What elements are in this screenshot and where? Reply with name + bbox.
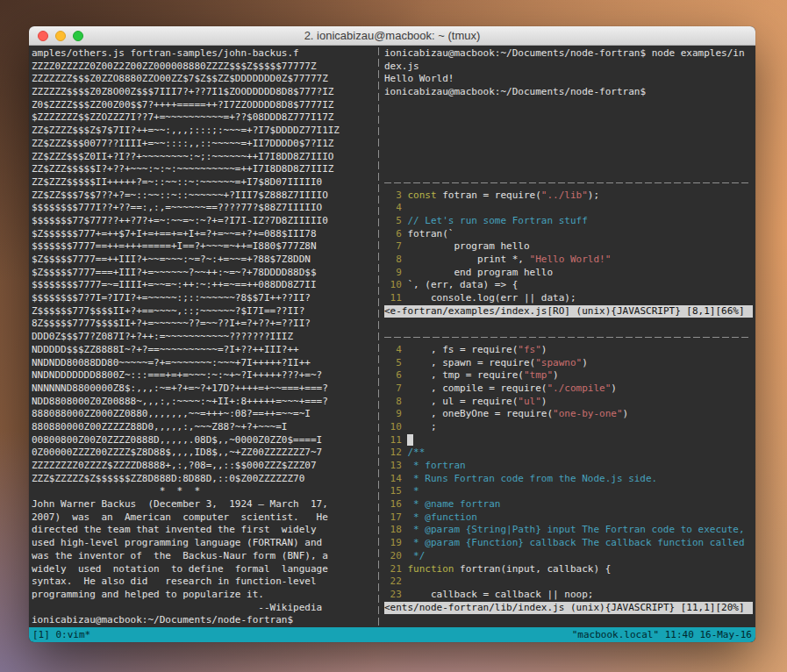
code-segment: function [407, 563, 454, 575]
code-line: 19 * @param {Function} callback The call… [384, 537, 753, 550]
code-segment: * @name fortran [407, 498, 500, 510]
code-segment: print *, [407, 254, 529, 265]
line-number: 11 [384, 434, 402, 447]
tmux-hostname-clock: "macbook.local" 11:40 16-May-16 [572, 629, 752, 640]
terminal-line: $Z$$$$$7777==++III?+~~=~~~:~=?~:+=~~=+?8… [32, 254, 376, 267]
close-button[interactable] [38, 31, 48, 41]
terminal-line: ZZ$ZZZZ$$$Z$7$7II?++=~~:,,,;:::;:~~~=+?I… [32, 125, 376, 138]
line-number: 12 [384, 447, 402, 460]
code-segment: "./compile" [547, 382, 611, 394]
code-line: 10`, (err, data) => { [384, 279, 753, 292]
code-line: 12/** [384, 447, 753, 460]
minimize-button[interactable] [55, 31, 66, 41]
code-line: 23 callback = callback || noop; [384, 589, 753, 602]
traffic-lights [38, 31, 83, 41]
code-segment: * Runs Fortran code from the Node.js sid… [407, 473, 657, 484]
code-segment: `, (err, data) => { [407, 279, 518, 290]
terminal-line: ZZZZZZZ$$$Z0ZZO8880ZZO00ZZ$7$Z$$ZZ$DDDDD… [32, 73, 376, 86]
line-number: 23 [384, 589, 402, 602]
code-line: 17 * @function [384, 511, 753, 525]
code-line: 11 console.log(err || data); [384, 292, 753, 305]
pane-separator-vertical[interactable] [376, 47, 383, 627]
terminal-line: 2007) was an American computer scientist… [32, 511, 376, 525]
code-segment: // Let's run some Fortran stuff [407, 215, 587, 226]
line-number: 22 [384, 575, 402, 589]
terminal-line: widely used notation to define formal la… [32, 563, 376, 576]
terminal-line: $$$$$$$7777==++=+++=====+I==?+~~~=~++=I8… [32, 240, 376, 254]
code-line: 11 [384, 434, 753, 447]
terminal-line: ZZ$ZZZ$$$0077??IIII+=~~::::,,::~~~~~=+II… [32, 138, 376, 151]
terminal-line: ionicabizau@macbook:~/Documents/node-for… [384, 86, 753, 99]
terminal-line: NNNNNND8800000Z8$:,,,:~=+?+=~?+17D?++++=… [32, 382, 376, 396]
code-segment: , oneByOne = require( [407, 408, 553, 419]
line-number: 3 [384, 189, 402, 203]
code-segment: ); [588, 189, 599, 201]
terminal-line: dex.js [384, 61, 753, 74]
code-segment: , tmp = require( [407, 369, 523, 381]
code-segment: * fortran [407, 460, 465, 471]
left-pane-content: amples/others.js fortran-samples/john-ba… [32, 47, 376, 627]
code-segment: const [407, 189, 442, 201]
vim-cmdline-lib [384, 614, 753, 627]
terminal-line: amples/others.js fortran-samples/john-ba… [32, 47, 376, 61]
code-line: 22 [384, 575, 753, 589]
code-segment: * [407, 485, 419, 497]
code-segment: program hello [407, 240, 529, 252]
right-shell-content: ionicabizau@macbook:~/Documents/node-for… [384, 47, 753, 99]
code-segment: ) [541, 344, 547, 355]
terminal-line: programming and helped to popularize it. [32, 589, 376, 602]
pane-separator-horizontal-1[interactable] [384, 176, 753, 189]
code-line: 20 */ [384, 550, 753, 563]
code-line: 9 , oneByOne = require("one-by-one") [384, 408, 753, 421]
line-number: 4 [384, 344, 402, 357]
code-segment: , compile = require( [407, 382, 547, 394]
vim-pane-lib[interactable]: 4 , fs = require("fs")5 , spawn = requir… [384, 344, 753, 627]
terminal-line: DDD0Z$$$77?Z087I?+?++:=~~~~~~~~~~~??????… [32, 331, 376, 344]
line-number: 4 [384, 202, 402, 215]
terminal-line: was the inventor of the Backus-Naur form… [32, 550, 376, 563]
code-segment: "tmp" [524, 369, 553, 381]
code-line: 10 ; [384, 421, 753, 434]
terminal-line: $$$$$$$$777I??+??==:,:,=~~~~~~==????77?$… [32, 202, 376, 215]
terminal-line: ZZ$ZZZ$$$$$II+++++?=~::~~::~:~~~~~~=+I7$… [32, 176, 376, 189]
window-titlebar[interactable]: 2. ionicabizau@macbook: ~ (tmux) [29, 26, 755, 46]
code-segment: * @function [407, 511, 476, 523]
terminal-line: ionicabizau@macbook:~/Documents/node-for… [384, 47, 753, 61]
pane-separator-horizontal-2[interactable] [384, 331, 753, 344]
code-segment: , ul = require( [407, 396, 518, 407]
right-top-shell-pane[interactable]: ionicabizau@macbook:~/Documents/node-for… [384, 47, 753, 176]
code-line: 8 print *, "Hello World!" [384, 254, 753, 267]
code-segment: "ul" [518, 396, 541, 407]
code-line: 9 end program hello [384, 267, 753, 280]
right-column: ionicabizau@macbook:~/Documents/node-for… [383, 47, 753, 627]
line-number: 10 [384, 279, 402, 292]
code-segment: */ [407, 550, 425, 561]
code-line: 7 program hello [384, 240, 753, 254]
terminal-line: ZZ$ZZZ$$$$$I?+??+~~~:~:~:~~~~~~~~~~=++I7… [32, 163, 376, 176]
code-segment: ) [623, 408, 629, 419]
line-number: 20 [384, 550, 402, 563]
line-number: 7 [384, 382, 402, 396]
terminal-line: --Wikipedia [32, 602, 376, 615]
vim-statusline-lib: <ents/node-fortran/lib/index.js (unix){J… [384, 602, 753, 615]
terminal-line: NNDNDD80088DD80~~~~~=?+=~~~~~~~:~~~+7I++… [32, 357, 376, 370]
code-segment: ; [407, 421, 436, 433]
line-number: 16 [384, 498, 402, 511]
tmux-session-window-info[interactable]: [1] 0:vim* [32, 629, 90, 640]
code-line: 15 * [384, 485, 753, 498]
vim-cursor [407, 434, 413, 446]
code-segment: "../lib" [541, 189, 588, 201]
code-segment: , fs = require( [407, 344, 518, 355]
zoom-button[interactable] [73, 31, 83, 41]
terminal-line: syntax. He also did research in function… [32, 575, 376, 589]
window-title: 2. ionicabizau@macbook: ~ (tmux) [304, 29, 481, 42]
line-number: 6 [384, 369, 402, 382]
terminal-line: $ZZZZZZZ$$ZZOZZZ7I??7+=~~~~~~~~~~=+??$08… [32, 111, 376, 125]
terminal-line: 8Z$$$$$7777$$$$II+?+=~~~~~~??=~~??I+=?+?… [32, 318, 376, 331]
code-line: 13 * fortran [384, 460, 753, 473]
left-shell-pane[interactable]: amples/others.js fortran-samples/john-ba… [32, 47, 376, 627]
vim-pane-examples[interactable]: 3const fotran = require("../lib");45// L… [384, 189, 753, 332]
code-segment: end program hello [407, 267, 553, 278]
code-line: 14 * Runs Fortran code from the Node.js … [384, 473, 753, 486]
line-number: 11 [384, 292, 402, 305]
